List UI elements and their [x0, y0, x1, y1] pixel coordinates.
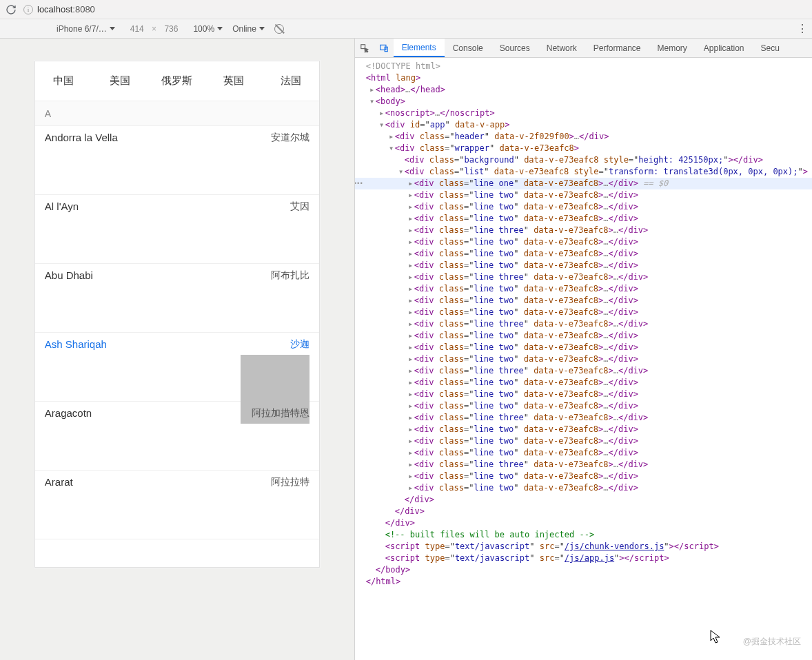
devtools-tab[interactable]: Sources	[491, 39, 538, 57]
dom-node[interactable]: </html>	[355, 576, 812, 588]
city-name-cn: 安道尔城	[271, 132, 309, 144]
url-text: localhost:8080	[37, 4, 95, 14]
rotate-icon[interactable]	[274, 24, 284, 34]
dom-node[interactable]: ▸<div class="line two" data-v-e73eafc8>……	[355, 201, 812, 213]
dom-tree[interactable]: <!DOCTYPE html><html lang>▸<head>…</head…	[355, 58, 812, 660]
url-box[interactable]: i localhost:8080	[23, 4, 95, 14]
devtools-tab[interactable]: Memory	[649, 39, 695, 57]
city-name-en: Abu Dhabi	[45, 269, 309, 281]
city-name-cn: 艾因	[290, 200, 309, 213]
dom-node[interactable]: ▸<div class="line three" data-v-e73eafc8…	[355, 459, 812, 471]
dom-node[interactable]: ▸<div class="line two" data-v-e73eafc8>……	[355, 213, 812, 225]
viewport-dimensions: ×	[125, 23, 184, 34]
dom-node[interactable]: ▸<div class="line three" data-v-e73eafc8…	[355, 365, 812, 377]
devtools-tab[interactable]: Elements	[394, 39, 445, 57]
dom-node[interactable]: </body>	[355, 564, 812, 576]
dom-node[interactable]: <!-- built files will be auto injected -…	[355, 529, 812, 541]
device-preview-pane: 中国美国俄罗斯英国法国 A Andorra la Vella安道尔城Al l'A…	[0, 39, 354, 660]
dom-node[interactable]: ▸<div class="line two" data-v-e73eafc8>……	[355, 482, 812, 494]
country-tab[interactable]: 中国	[35, 61, 92, 101]
dom-node[interactable]: ▸<div class="line three" data-v-e73eafc8…	[355, 412, 812, 424]
dom-node[interactable]: ▸<div class="line two" data-v-e73eafc8>……	[355, 236, 812, 248]
dom-node[interactable]: ▸<div class="line two" data-v-e73eafc8>……	[355, 189, 812, 201]
throttle-select[interactable]: Online	[232, 24, 265, 34]
dom-node[interactable]: ▸<div class="line two" data-v-e73eafc8>……	[355, 342, 812, 353]
dom-node[interactable]: <!DOCTYPE html>	[355, 61, 812, 72]
devtools-tab[interactable]: Secu	[753, 39, 788, 57]
city-row[interactable]: Aragacotn阿拉加措特恩	[35, 402, 319, 471]
dom-node[interactable]: ▸<div class="line three" data-v-e73eafc8…	[355, 225, 812, 236]
city-row[interactable]: Al l'Ayn艾因	[35, 195, 319, 264]
dom-node[interactable]: </div>	[355, 517, 812, 529]
device-frame: 中国美国俄罗斯英国法国 A Andorra la Vella安道尔城Al l'A…	[34, 61, 320, 568]
dom-node[interactable]: ▸<div class="line two" data-v-e73eafc8>……	[355, 330, 812, 342]
dom-node[interactable]: ▸<div class="line two" data-v-e73eafc8>……	[355, 424, 812, 435]
city-row[interactable]: Andorra la Vella安道尔城	[35, 126, 319, 195]
dom-node[interactable]: ▸<div class="line two" data-v-e73eafc8>……	[355, 283, 812, 295]
dom-node[interactable]: </div>	[355, 494, 812, 506]
dimension-x: ×	[152, 24, 156, 34]
reload-icon[interactable]	[6, 4, 17, 15]
device-toolbar: iPhone 6/7/… × 100% Online ⋮	[0, 19, 812, 39]
dom-node[interactable]: </div>	[355, 506, 812, 517]
dom-node[interactable]: ▸<div class="line two" data-v-e73eafc8>……	[355, 377, 812, 389]
city-list[interactable]: Andorra la Vella安道尔城Al l'Ayn艾因Abu Dhabi阿…	[35, 126, 319, 539]
dom-node[interactable]: ▸<div class="line three" data-v-e73eafc8…	[355, 318, 812, 330]
dom-node[interactable]: <html lang>	[355, 72, 812, 84]
country-tab[interactable]: 美国	[92, 61, 148, 101]
dom-node[interactable]: ▸<div class="line three" data-v-e73eafc8…	[355, 271, 812, 283]
city-name-en: Andorra la Vella	[45, 132, 309, 143]
city-name-cn: 阿拉加措特恩	[252, 407, 309, 420]
chevron-down-icon	[217, 27, 223, 30]
city-name-en: Ararat	[45, 476, 309, 488]
dom-node[interactable]: ▸<div class="line two" data-v-e73eafc8>……	[355, 260, 812, 271]
dom-node[interactable]: ▸<div class="line two" data-v-e73eafc8>……	[355, 307, 812, 318]
kebab-menu-icon[interactable]: ⋮	[797, 22, 808, 35]
browser-address-bar: i localhost:8080	[0, 0, 812, 19]
viewport-height-input[interactable]	[159, 23, 183, 34]
devtools-tab[interactable]: Application	[696, 39, 753, 57]
country-tab[interactable]: 英国	[205, 61, 262, 101]
dom-node[interactable]: ▾<div class="list" data-v-e73eafc8 style…	[355, 166, 812, 178]
section-header: A	[35, 101, 319, 126]
dom-node[interactable]: ▸<head>…</head>	[355, 84, 812, 96]
site-info-icon[interactable]: i	[23, 5, 33, 14]
dom-node[interactable]: ▸<div class="line two" data-v-e73eafc8>……	[355, 447, 812, 459]
dom-node[interactable]: ▸<div class="line two" data-v-e73eafc8>……	[355, 389, 812, 400]
device-select[interactable]: iPhone 6/7/…	[57, 24, 115, 34]
viewport-width-input[interactable]	[125, 23, 150, 34]
zoom-select[interactable]: 100%	[193, 24, 223, 34]
dom-node[interactable]: ▾<body>	[355, 96, 812, 107]
dom-node[interactable]: <script type="text/javascript" src="/js/…	[355, 541, 812, 553]
chevron-down-icon	[259, 27, 265, 30]
dom-node[interactable]: <div class="background" data-v-e73eafc8 …	[355, 154, 812, 166]
devtools-tab[interactable]: Console	[445, 39, 491, 57]
chevron-down-icon	[110, 27, 115, 30]
country-tab[interactable]: 俄罗斯	[149, 61, 205, 101]
dom-node[interactable]: ▸<div class="line two" data-v-e73eafc8>……	[355, 248, 812, 260]
devtools-tab[interactable]: Performance	[585, 39, 649, 57]
city-name-en: Al l'Ayn	[45, 200, 309, 212]
dom-node[interactable]: ▸<noscript>…</noscript>	[355, 107, 812, 119]
devtools-tab[interactable]: Network	[538, 39, 585, 57]
dom-node[interactable]: ▸<div class="line two" data-v-e73eafc8>……	[355, 295, 812, 307]
dom-node[interactable]: ▸<div class="line two" data-v-e73eafc8>……	[355, 400, 812, 412]
dom-node[interactable]: ▸<div class="header" data-v-2f029f00>…</…	[355, 131, 812, 143]
city-name-cn: 阿布扎比	[271, 269, 309, 282]
dom-node[interactable]: ▸<div class="line two" data-v-e73eafc8>……	[355, 435, 812, 447]
country-tab[interactable]: 法国	[262, 61, 318, 101]
dom-node[interactable]: ▸<div class="line one" data-v-e73eafc8>……	[355, 178, 812, 189]
city-row[interactable]: Ararat阿拉拉特	[35, 471, 319, 539]
city-row[interactable]: Ash Shariqah沙迦	[35, 333, 319, 402]
devtools-pane: ElementsConsoleSourcesNetworkPerformance…	[354, 39, 812, 660]
dom-node[interactable]: ▾<div class="wrapper" data-v-e73eafc8>	[355, 143, 812, 154]
cursor-icon	[710, 630, 722, 645]
toggle-device-icon[interactable]	[374, 43, 394, 53]
dom-node[interactable]: ▾<div id="app" data-v-app>	[355, 119, 812, 131]
inspect-icon[interactable]	[355, 43, 374, 53]
dom-node[interactable]: ▸<div class="line two" data-v-e73eafc8>……	[355, 471, 812, 482]
dom-node[interactable]: ▸<div class="line two" data-v-e73eafc8>……	[355, 353, 812, 365]
city-row[interactable]: Abu Dhabi阿布扎比	[35, 264, 319, 333]
devtools-tabbar: ElementsConsoleSourcesNetworkPerformance…	[355, 39, 812, 58]
dom-node[interactable]: <script type="text/javascript" src="/js/…	[355, 553, 812, 564]
